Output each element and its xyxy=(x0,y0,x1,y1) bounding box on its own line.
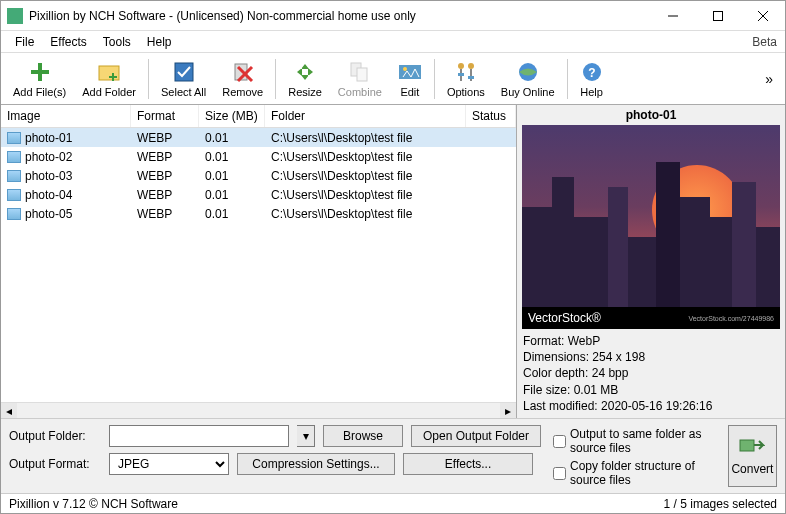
output-format-label: Output Format: xyxy=(9,457,101,471)
same-folder-checkbox-row[interactable]: Output to same folder as source files xyxy=(553,427,716,455)
edit-button[interactable]: Edit xyxy=(390,55,430,103)
resize-button[interactable]: Resize xyxy=(280,55,330,103)
svg-rect-1 xyxy=(713,11,722,20)
table-row[interactable]: photo-03WEBP0.01C:\Users\l\Desktop\test … xyxy=(1,166,516,185)
statusbar: Pixillion v 7.12 © NCH Software 1 / 5 im… xyxy=(1,493,785,513)
meta-depth: Color depth: 24 bpp xyxy=(523,365,779,381)
svg-point-18 xyxy=(468,63,474,69)
svg-rect-5 xyxy=(31,70,49,74)
output-folder-input[interactable] xyxy=(109,425,289,447)
select-all-button[interactable]: Select All xyxy=(153,55,214,103)
add-files-button[interactable]: Add File(s) xyxy=(5,55,74,103)
menu-tools[interactable]: Tools xyxy=(95,33,139,51)
convert-label: Convert xyxy=(731,462,773,476)
horizontal-scrollbar[interactable]: ◂ ▸ xyxy=(1,402,516,418)
column-image[interactable]: Image xyxy=(1,105,131,127)
menu-help[interactable]: Help xyxy=(139,33,180,51)
meta-filesize: File size: 0.01 MB xyxy=(523,382,779,398)
svg-rect-26 xyxy=(740,440,754,451)
scroll-right-arrow[interactable]: ▸ xyxy=(500,403,516,419)
beta-label: Beta xyxy=(752,35,777,49)
open-output-folder-button[interactable]: Open Output Folder xyxy=(411,425,541,447)
menu-effects[interactable]: Effects xyxy=(42,33,94,51)
scroll-track[interactable] xyxy=(17,403,500,419)
svg-rect-9 xyxy=(175,63,193,81)
menu-file[interactable]: File xyxy=(7,33,42,51)
help-button[interactable]: ?Help xyxy=(572,55,612,103)
resize-icon xyxy=(293,60,317,84)
svg-rect-15 xyxy=(399,65,421,79)
image-file-icon xyxy=(7,189,21,201)
combine-icon xyxy=(348,60,372,84)
edit-icon xyxy=(398,60,422,84)
column-format[interactable]: Format xyxy=(131,105,199,127)
buy-online-button[interactable]: Buy Online xyxy=(493,55,563,103)
meta-dimensions: Dimensions: 254 x 198 xyxy=(523,349,779,365)
browse-button[interactable]: Browse xyxy=(323,425,403,447)
output-area: Output Folder: ▾ Browse Open Output Fold… xyxy=(1,418,785,493)
svg-point-17 xyxy=(458,63,464,69)
output-folder-dropdown[interactable]: ▾ xyxy=(297,425,315,447)
toolbar: Add File(s) Add Folder Select All Remove… xyxy=(1,53,785,105)
image-file-icon xyxy=(7,170,21,182)
table-row[interactable]: photo-01WEBP0.01C:\Users\l\Desktop\test … xyxy=(1,128,516,147)
add-folder-button[interactable]: Add Folder xyxy=(74,55,144,103)
copy-structure-checkbox-row[interactable]: Copy folder structure of source files xyxy=(553,459,716,487)
image-file-icon xyxy=(7,132,21,144)
plus-icon xyxy=(28,60,52,84)
table-row[interactable]: photo-02WEBP0.01C:\Users\l\Desktop\test … xyxy=(1,147,516,166)
same-folder-checkbox[interactable] xyxy=(553,435,566,448)
preview-image: VectorStock®VectorStock.com/27449986 xyxy=(522,125,780,329)
maximize-button[interactable] xyxy=(695,1,740,31)
file-list-pane: Image Format Size (MB) Folder Status pho… xyxy=(1,105,517,418)
close-button[interactable] xyxy=(740,1,785,31)
column-status[interactable]: Status xyxy=(466,105,516,127)
svg-rect-14 xyxy=(357,68,367,81)
svg-rect-22 xyxy=(468,76,474,79)
app-icon xyxy=(7,8,23,24)
globe-icon xyxy=(516,60,540,84)
minimize-button[interactable] xyxy=(650,1,695,31)
column-size[interactable]: Size (MB) xyxy=(199,105,265,127)
image-file-icon xyxy=(7,208,21,220)
watermark-id: VectorStock.com/27449986 xyxy=(688,315,774,322)
scroll-left-arrow[interactable]: ◂ xyxy=(1,403,17,419)
window-title: Pixillion by NCH Software - (Unlicensed)… xyxy=(29,9,650,23)
effects-button[interactable]: Effects... xyxy=(403,453,533,475)
meta-format: Format: WebP xyxy=(523,333,779,349)
meta-modified: Last modified: 2020-05-16 19:26:16 xyxy=(523,398,779,414)
status-right: 1 / 5 images selected xyxy=(664,497,777,511)
column-folder[interactable]: Folder xyxy=(265,105,466,127)
help-icon: ? xyxy=(580,60,604,84)
compression-settings-button[interactable]: Compression Settings... xyxy=(237,453,395,475)
options-button[interactable]: Options xyxy=(439,55,493,103)
select-all-icon xyxy=(172,60,196,84)
svg-text:?: ? xyxy=(588,66,595,80)
menubar: File Effects Tools Help Beta xyxy=(1,31,785,53)
image-file-icon xyxy=(7,151,21,163)
remove-icon xyxy=(231,60,255,84)
table-row[interactable]: photo-04WEBP0.01C:\Users\l\Desktop\test … xyxy=(1,185,516,204)
preview-title: photo-01 xyxy=(517,105,785,125)
remove-button[interactable]: Remove xyxy=(214,55,271,103)
svg-point-16 xyxy=(403,67,407,71)
file-list[interactable]: photo-01WEBP0.01C:\Users\l\Desktop\test … xyxy=(1,128,516,402)
folder-plus-icon xyxy=(97,60,121,84)
options-icon xyxy=(454,60,478,84)
svg-rect-8 xyxy=(109,76,117,78)
preview-pane: photo-01 VectorStock®VectorStock.com/274… xyxy=(517,105,785,418)
combine-button: Combine xyxy=(330,55,390,103)
toolbar-overflow-button[interactable]: » xyxy=(757,67,781,91)
copy-structure-checkbox[interactable] xyxy=(553,467,566,480)
svg-rect-20 xyxy=(470,69,472,81)
list-header: Image Format Size (MB) Folder Status xyxy=(1,105,516,128)
main-area: Image Format Size (MB) Folder Status pho… xyxy=(1,105,785,418)
svg-rect-21 xyxy=(458,73,464,76)
convert-button[interactable]: Convert xyxy=(728,425,777,487)
convert-icon xyxy=(739,437,765,462)
titlebar: Pixillion by NCH Software - (Unlicensed)… xyxy=(1,1,785,31)
output-format-select[interactable]: JPEG xyxy=(109,453,229,475)
output-folder-label: Output Folder: xyxy=(9,429,101,443)
window-controls xyxy=(650,1,785,31)
table-row[interactable]: photo-05WEBP0.01C:\Users\l\Desktop\test … xyxy=(1,204,516,223)
